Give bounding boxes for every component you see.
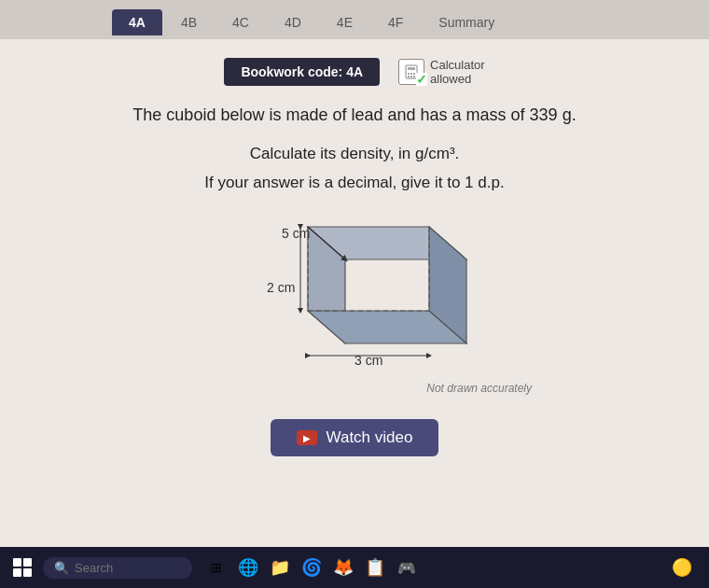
cuboid-svg: 5 cm 2 cm 3 cm bbox=[215, 208, 494, 385]
calculator-label: Calculator bbox=[430, 58, 485, 72]
svg-point-3 bbox=[410, 73, 412, 75]
svg-point-5 bbox=[408, 76, 410, 77]
main-content: Bookwork code: 4A Calculator allowed bbox=[0, 39, 709, 547]
tab-4B[interactable]: 4B bbox=[164, 9, 214, 35]
tab-4F[interactable]: 4F bbox=[371, 9, 420, 35]
watch-video-button[interactable]: Watch video bbox=[271, 419, 439, 456]
windows-logo-icon bbox=[13, 558, 32, 577]
svg-text:3 cm: 3 cm bbox=[354, 353, 382, 368]
cuboid-diagram: 5 cm 2 cm 3 cm bbox=[177, 208, 532, 404]
calculator-text: Calculator allowed bbox=[430, 58, 485, 86]
taskbar-icon-4[interactable]: 🌀 bbox=[299, 554, 325, 581]
svg-point-6 bbox=[410, 76, 412, 77]
svg-text:5 cm: 5 cm bbox=[282, 226, 310, 241]
taskbar-icon-2[interactable]: 🌐 bbox=[235, 554, 261, 581]
question-line3: If your answer is a decimal, give it to … bbox=[204, 170, 504, 195]
tab-4C[interactable]: 4C bbox=[215, 9, 266, 35]
svg-point-7 bbox=[413, 76, 415, 77]
question-line2: Calculate its density, in g/cm³. bbox=[250, 141, 460, 166]
watch-video-label: Watch video bbox=[327, 428, 413, 447]
tab-4E[interactable]: 4E bbox=[320, 9, 369, 35]
calculator-sub-label: allowed bbox=[430, 72, 485, 86]
taskbar-icon-7[interactable]: 🎮 bbox=[394, 554, 420, 581]
not-drawn-label: Not drawn accurately bbox=[426, 382, 532, 395]
search-icon: 🔍 bbox=[54, 561, 69, 575]
tab-4A[interactable]: 4A bbox=[112, 9, 162, 35]
tab-4D[interactable]: 4D bbox=[268, 9, 318, 35]
calculator-icon bbox=[398, 59, 424, 85]
video-icon bbox=[297, 430, 317, 445]
taskbar-icon-1[interactable]: ⊞ bbox=[203, 554, 229, 581]
tab-summary[interactable]: Summary bbox=[422, 9, 511, 35]
svg-point-2 bbox=[408, 73, 410, 75]
svg-rect-1 bbox=[408, 67, 415, 70]
svg-text:2 cm: 2 cm bbox=[267, 280, 295, 295]
bookwork-code-badge: Bookwork code: 4A bbox=[224, 58, 380, 86]
calculator-allowed: Calculator allowed bbox=[398, 58, 485, 86]
taskbar-icon-6[interactable]: 📋 bbox=[362, 554, 388, 581]
svg-point-4 bbox=[413, 73, 415, 75]
taskbar-right-icon-1[interactable]: 🟡 bbox=[670, 555, 694, 580]
tab-bar: 4A 4B 4C 4D 4E 4F Summary bbox=[0, 0, 709, 39]
info-row: Bookwork code: 4A Calculator allowed bbox=[224, 58, 484, 86]
taskbar: 🔍 ⊞ 🌐 📁 🌀 🦊 📋 🎮 🟡 bbox=[0, 547, 709, 588]
taskbar-pinned-icons: ⊞ 🌐 📁 🌀 🦊 📋 🎮 bbox=[203, 554, 420, 581]
start-button[interactable] bbox=[7, 553, 37, 582]
taskbar-icon-3[interactable]: 📁 bbox=[267, 554, 293, 581]
taskbar-search[interactable]: 🔍 bbox=[43, 557, 192, 579]
taskbar-icon-5[interactable]: 🦊 bbox=[330, 554, 356, 581]
search-input[interactable] bbox=[75, 561, 168, 575]
taskbar-right: 🟡 bbox=[670, 555, 702, 580]
question-line1: The cuboid below is made of lead and has… bbox=[132, 103, 576, 128]
